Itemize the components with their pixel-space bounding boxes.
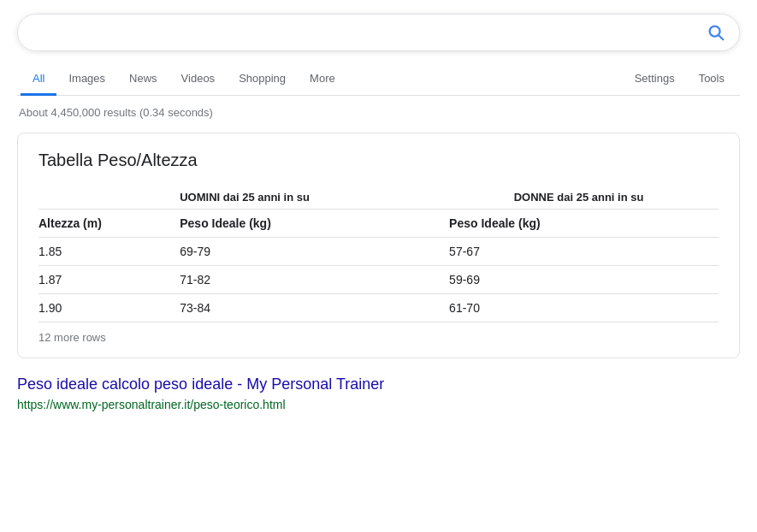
cell-peso-donne: 57-67 (449, 238, 719, 266)
result-title-link[interactable]: Peso ideale calcolo peso ideale - My Per… (17, 375, 740, 393)
search-button[interactable] (707, 23, 725, 42)
col-donne-header: DONNE dai 25 anni in su (449, 184, 719, 210)
table-group-header: UOMINI dai 25 anni in su DONNE dai 25 an… (38, 184, 719, 210)
card-title: Tabella Peso/Altezza (38, 151, 719, 170)
table-column-header: Altezza (m) Peso Ideale (kg) Peso Ideale… (38, 210, 719, 238)
cell-altezza: 1.85 (38, 238, 180, 266)
search-input[interactable]: tabella peso altezza (35, 24, 707, 42)
tab-more[interactable]: More (298, 63, 347, 96)
cell-peso-donne: 59-69 (449, 266, 719, 294)
search-result: Peso ideale calcolo peso ideale - My Per… (17, 375, 740, 412)
search-icon (707, 23, 725, 42)
search-bar: tabella peso altezza (17, 14, 740, 51)
cell-altezza: 1.90 (38, 294, 180, 322)
result-url: https://www.my-personaltrainer.it/peso-t… (17, 398, 286, 411)
cell-altezza: 1.87 (38, 266, 180, 294)
cell-peso-donne: 61-70 (449, 294, 719, 322)
nav-tabs: All Images News Videos Shopping More Set… (17, 63, 740, 96)
col-altezza-header-empty (38, 184, 180, 210)
col-uomini-header: UOMINI dai 25 anni in su (180, 184, 449, 210)
knowledge-card: Tabella Peso/Altezza UOMINI dai 25 anni … (17, 133, 740, 358)
cell-peso-uomini: 69-79 (180, 238, 449, 266)
col-peso-donne-label: Peso Ideale (kg) (449, 210, 719, 238)
tab-all[interactable]: All (21, 63, 56, 96)
tab-settings[interactable]: Settings (623, 63, 687, 96)
tab-shopping[interactable]: Shopping (227, 63, 298, 96)
tab-tools[interactable]: Tools (687, 63, 736, 96)
table-row: 1.8771-8259-69 (38, 266, 719, 294)
cell-peso-uomini: 73-84 (180, 294, 449, 322)
cell-peso-uomini: 71-82 (180, 266, 449, 294)
tab-news[interactable]: News (117, 63, 169, 96)
svg-line-1 (719, 35, 723, 39)
col-peso-uomini-label: Peso Ideale (kg) (180, 210, 449, 238)
table-row: 1.9073-8461-70 (38, 294, 719, 322)
results-count: About 4,450,000 results (0.34 seconds) (17, 106, 740, 119)
tab-images[interactable]: Images (56, 63, 117, 96)
table-row: 1.8569-7957-67 (38, 238, 719, 266)
peso-table: UOMINI dai 25 anni in su DONNE dai 25 an… (38, 184, 719, 322)
col-altezza-label: Altezza (m) (38, 210, 180, 238)
more-rows-link[interactable]: 12 more rows (38, 322, 719, 344)
tab-videos[interactable]: Videos (169, 63, 228, 96)
